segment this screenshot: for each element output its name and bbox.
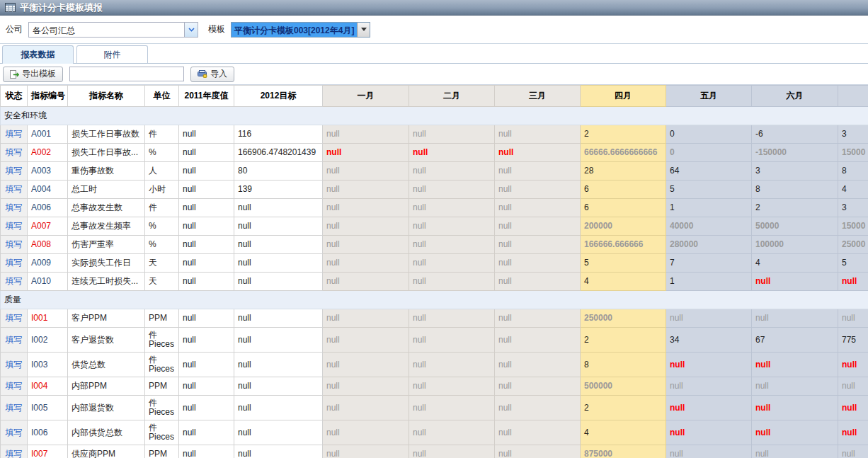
fill-link[interactable]: 填写 xyxy=(6,428,23,437)
import-button[interactable]: 导入 xyxy=(190,67,234,82)
unit-cell: 人 xyxy=(145,162,179,181)
column-header[interactable]: 状态 xyxy=(1,86,28,107)
fill-link[interactable]: 填写 xyxy=(6,258,23,268)
month-value-cell: 66666.6666666666 xyxy=(581,144,666,162)
table-row[interactable]: 填写I005内部退货数件Piecesnullnullnullnullnull2n… xyxy=(1,396,868,420)
status-cell: 填写 xyxy=(1,236,28,254)
status-cell: 填写 xyxy=(1,377,28,396)
column-header[interactable]: 五月 xyxy=(666,86,752,107)
import-file-input[interactable] xyxy=(69,67,184,81)
year2011-cell: null xyxy=(179,328,234,353)
table-row[interactable]: 填写A002损失工作日事故...%null166906.4748201439nu… xyxy=(1,144,868,162)
company-combobox-value: 各公司汇总 xyxy=(29,23,184,37)
indicator-name-cell: 损失工作日事故数 xyxy=(68,125,145,144)
month-value-cell: null xyxy=(323,445,409,458)
unit-cell: 件Pieces xyxy=(145,396,179,420)
dropdown-arrow-icon[interactable] xyxy=(357,23,370,37)
month-value-cell: 34 xyxy=(666,328,752,353)
grid-window-icon xyxy=(5,3,16,12)
indicator-name-cell: 实际损失工作日 xyxy=(68,254,145,273)
template-select[interactable]: 平衡计分卡模板003[2012年4月] xyxy=(231,22,370,38)
column-header[interactable]: 2011年度值 xyxy=(179,86,234,107)
month-value-cell: null xyxy=(666,377,752,396)
month-value-cell: null xyxy=(409,254,495,273)
export-template-button[interactable]: 导出模板 xyxy=(3,67,63,82)
column-header[interactable]: 三月 xyxy=(495,86,581,107)
indicator-code-cell: I002 xyxy=(28,328,68,353)
fill-link[interactable]: 填写 xyxy=(6,403,23,413)
table-row[interactable]: 填写I003供货总数件Piecesnullnullnullnullnull8nu… xyxy=(1,353,868,377)
month-value-cell: null xyxy=(495,309,581,328)
year2011-cell: null xyxy=(179,377,234,396)
column-header[interactable]: 六月 xyxy=(752,86,838,107)
table-row[interactable]: 填写A003重伤事故数人null80nullnullnull286438 xyxy=(1,162,868,181)
month-value-cell: 2 xyxy=(581,328,666,353)
status-cell: 填写 xyxy=(1,445,28,458)
column-header[interactable]: 一月 xyxy=(323,86,409,107)
table-row[interactable]: 填写A006总事故发生数件nullnullnullnullnull6123 xyxy=(1,199,868,217)
fill-link[interactable]: 填写 xyxy=(6,276,23,286)
target2012-cell: null xyxy=(234,199,323,217)
company-combobox[interactable]: 各公司汇总 xyxy=(28,22,198,38)
fill-link[interactable]: 填写 xyxy=(6,239,23,249)
month-value-cell: null xyxy=(323,377,409,396)
table-row[interactable]: 填写A008伤害严重率%nullnullnullnullnull166666.6… xyxy=(1,236,868,254)
column-header[interactable]: 指标编号 xyxy=(28,86,68,107)
fill-link[interactable]: 填写 xyxy=(6,202,23,212)
fill-link[interactable]: 填写 xyxy=(6,166,23,176)
table-row[interactable]: 填写A009实际损失工作日天nullnullnullnullnull5745 xyxy=(1,254,868,273)
column-header[interactable]: 二月 xyxy=(409,86,495,107)
table-row[interactable]: 填写I002客户退货数件Piecesnullnullnullnullnull23… xyxy=(1,328,868,353)
year2011-cell: null xyxy=(179,254,234,273)
column-header[interactable]: 单位 xyxy=(145,86,179,107)
fill-link[interactable]: 填写 xyxy=(6,147,23,157)
month-value-cell: -150000 xyxy=(752,144,838,162)
year2011-cell: null xyxy=(179,125,234,144)
fill-link[interactable]: 填写 xyxy=(6,221,23,231)
column-header[interactable]: 指标名称 xyxy=(68,86,145,107)
fill-link[interactable]: 填写 xyxy=(6,335,23,345)
month-value-cell: null xyxy=(495,254,581,273)
table-row[interactable]: 填写A010连续无工时损失...天nullnullnullnullnull41n… xyxy=(1,273,868,291)
indicator-code-cell: I003 xyxy=(28,353,68,377)
target2012-cell: 116 xyxy=(234,125,323,144)
month-value-cell: null xyxy=(409,377,495,396)
column-header[interactable]: 四月 xyxy=(581,86,666,107)
unit-cell: 件 xyxy=(145,125,179,144)
table-row[interactable]: 填写I004内部PPMPPMnullnullnullnullnull500000… xyxy=(1,377,868,396)
table-row[interactable]: 填写A001损失工作日事故数件null116nullnullnull20-63 xyxy=(1,125,868,144)
year2011-cell: null xyxy=(179,217,234,236)
month-value-cell: null xyxy=(323,217,409,236)
table-row[interactable]: 填写A004总工时小时null139nullnullnull6584 xyxy=(1,181,868,199)
month-value-cell: 25000 xyxy=(838,236,868,254)
month-value-cell: 6 xyxy=(581,181,666,199)
target2012-cell: null xyxy=(234,273,323,291)
indicator-name-cell: 总事故发生频率 xyxy=(68,217,145,236)
column-header[interactable] xyxy=(838,86,868,107)
fill-link[interactable]: 填写 xyxy=(6,184,23,194)
month-value-cell: null xyxy=(752,273,838,291)
month-value-cell: 8 xyxy=(581,353,666,377)
fill-link[interactable]: 填写 xyxy=(6,360,23,370)
table-row[interactable]: 填写I006内部供货总数件Piecesnullnullnullnullnull4… xyxy=(1,420,868,445)
fill-link[interactable]: 填写 xyxy=(6,449,23,458)
month-value-cell: 28 xyxy=(581,162,666,181)
month-value-cell: 0 xyxy=(666,144,752,162)
chevron-down-icon[interactable] xyxy=(184,23,198,37)
fill-link[interactable]: 填写 xyxy=(6,129,23,139)
unit-cell: 天 xyxy=(145,273,179,291)
target2012-cell: 166906.4748201439 xyxy=(234,144,323,162)
target2012-cell: null xyxy=(234,309,323,328)
tab-report-data[interactable]: 报表数据 xyxy=(2,45,74,64)
month-value-cell: null xyxy=(666,420,752,445)
month-value-cell: null xyxy=(495,396,581,420)
table-row[interactable]: 填写I001客户PPMPPMnullnullnullnullnull250000… xyxy=(1,309,868,328)
month-value-cell: null xyxy=(495,353,581,377)
fill-link[interactable]: 填写 xyxy=(6,381,23,391)
status-cell: 填写 xyxy=(1,309,28,328)
tab-attachments[interactable]: 附件 xyxy=(76,45,148,63)
table-row[interactable]: 填写A007总事故发生频率%nullnullnullnullnull200000… xyxy=(1,217,868,236)
column-header[interactable]: 2012目标 xyxy=(234,86,323,107)
fill-link[interactable]: 填写 xyxy=(6,313,23,323)
table-row[interactable]: 填写I007供应商PPMPPMnullnullnullnullnull87500… xyxy=(1,445,868,458)
